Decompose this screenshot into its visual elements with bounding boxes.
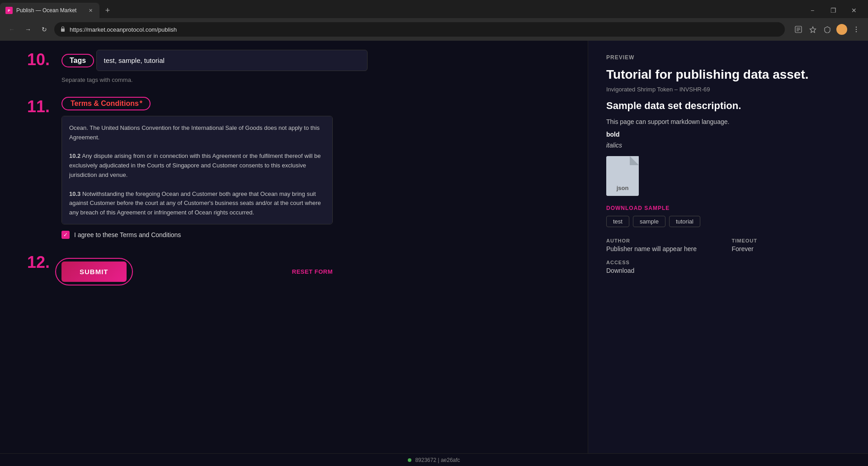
json-file-label: json bbox=[617, 185, 629, 191]
status-bar: 8923672 | ae26afc bbox=[0, 453, 868, 466]
svg-point-10 bbox=[856, 31, 857, 32]
terms-para-1: Ocean. The United Nations Convention for… bbox=[69, 124, 325, 143]
tab-close-button[interactable]: ✕ bbox=[87, 7, 94, 14]
tab-favicon: P bbox=[5, 7, 13, 14]
tags-hint: Separate tags with comma. bbox=[61, 76, 570, 83]
status-text: 8923672 | ae26afc bbox=[415, 457, 460, 463]
step-12-number: 12. bbox=[27, 254, 54, 271]
new-tab-button[interactable]: + bbox=[101, 4, 114, 17]
meta-timeout: TIMEOUT Forever bbox=[732, 238, 850, 252]
svg-point-9 bbox=[856, 29, 857, 30]
meta-grid: AUTHOR Publisher name will appear here T… bbox=[606, 238, 850, 274]
preview-label: PREVIEW bbox=[606, 54, 850, 61]
agree-label: I agree to these Terms and Conditions bbox=[74, 231, 181, 238]
tag-test: test bbox=[606, 216, 629, 227]
svg-text:P: P bbox=[8, 9, 10, 13]
preview-tags-row: test sample tutorial bbox=[606, 216, 850, 227]
step-10-number: 10. bbox=[27, 52, 54, 68]
browser-tab[interactable]: P Publish — Ocean Market ✕ bbox=[0, 3, 99, 18]
terms-textbox[interactable]: Ocean. The United Nations Convention for… bbox=[61, 116, 333, 224]
security-icon bbox=[60, 26, 66, 33]
json-file-icon: json bbox=[606, 156, 639, 196]
terms-label: Terms & Conditions* bbox=[61, 97, 151, 110]
tags-input[interactable] bbox=[96, 50, 368, 71]
restore-button[interactable]: ❐ bbox=[823, 1, 844, 19]
preview-desc-text: This page can support markdown language. bbox=[606, 118, 850, 125]
step-10-tags: 10. Tags Separate tags with comma. bbox=[27, 50, 570, 83]
status-dot bbox=[408, 458, 411, 462]
preview-desc-title: Sample data set description. bbox=[606, 100, 850, 112]
reset-form-button[interactable]: RESET FORM bbox=[292, 268, 333, 275]
forward-button[interactable]: → bbox=[22, 23, 34, 36]
submit-button-wrapper: SUBMIT bbox=[61, 262, 127, 282]
close-button[interactable]: ✕ bbox=[844, 1, 864, 19]
address-bar-container bbox=[54, 22, 785, 37]
agree-row: ✓ I agree to these Terms and Conditions bbox=[61, 231, 570, 239]
back-button[interactable]: ← bbox=[5, 23, 18, 36]
refresh-button[interactable]: ↻ bbox=[38, 23, 51, 36]
preview-subtitle: Invigorated Shrimp Token – INVSHR-69 bbox=[606, 86, 850, 93]
meta-access: ACCESS Download bbox=[606, 260, 725, 274]
terms-para-3: 10.3 Notwithstanding the foregoing Ocean… bbox=[69, 190, 325, 218]
svg-point-8 bbox=[856, 27, 857, 28]
step-11-terms: 11. Terms & Conditions* Ocean. The Unite… bbox=[27, 97, 570, 239]
profile-icon[interactable] bbox=[835, 23, 848, 36]
preview-bold-text: bold bbox=[606, 131, 850, 138]
address-input[interactable] bbox=[70, 26, 779, 33]
preview-italic-text: italics bbox=[606, 142, 850, 149]
agree-checkbox[interactable]: ✓ bbox=[61, 231, 70, 239]
submit-button[interactable]: SUBMIT bbox=[61, 262, 127, 282]
svg-rect-2 bbox=[61, 29, 65, 32]
tag-tutorial: tutorial bbox=[669, 216, 700, 227]
step-12-submit: 12. SUBMIT RESET FORM bbox=[27, 252, 570, 282]
bookmarks-icon[interactable] bbox=[792, 23, 805, 36]
preview-panel: PREVIEW Tutorial for publishing data ass… bbox=[588, 41, 868, 466]
tags-label: Tags bbox=[61, 54, 94, 67]
terms-para-2: 10.2 Any dispute arising from or in conn… bbox=[69, 152, 325, 180]
menu-icon[interactable] bbox=[850, 23, 863, 36]
tab-title: Publish — Ocean Market bbox=[16, 7, 83, 14]
meta-author: AUTHOR Publisher name will appear here bbox=[606, 238, 725, 252]
download-sample-label: DOWNLOAD SAMPLE bbox=[606, 205, 850, 211]
step-11-number: 11. bbox=[27, 99, 54, 115]
tag-sample: sample bbox=[633, 216, 665, 227]
star-icon[interactable] bbox=[807, 23, 819, 36]
preview-title: Tutorial for publishing data asset. bbox=[606, 67, 850, 82]
minimize-button[interactable]: − bbox=[802, 1, 823, 19]
svg-marker-7 bbox=[810, 27, 816, 33]
shield-icon[interactable] bbox=[821, 23, 834, 36]
